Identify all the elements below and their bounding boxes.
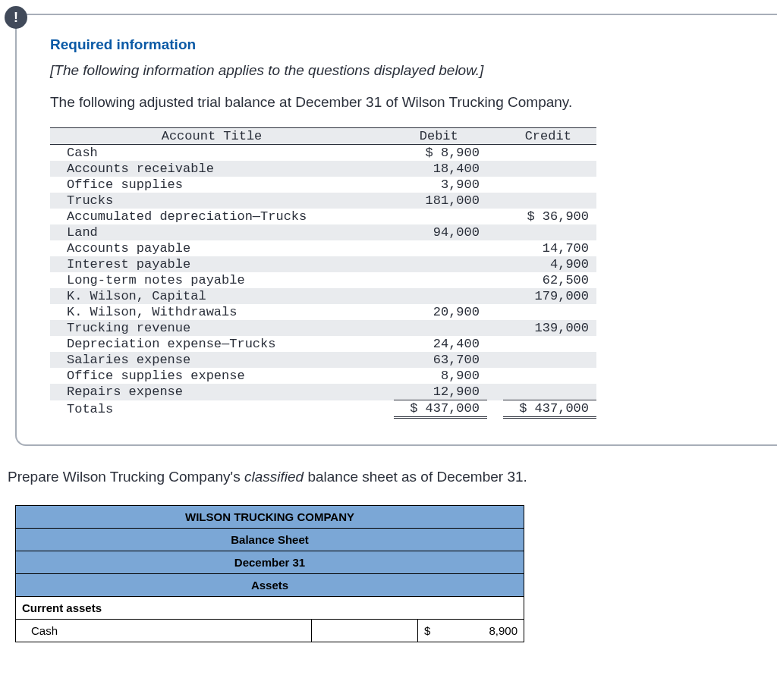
debit-cell: 3,900	[394, 177, 487, 193]
applies-note: [The following information applies to th…	[50, 62, 751, 79]
debit-cell: 20,900	[394, 304, 487, 320]
account-cell: Interest payable	[50, 256, 378, 272]
table-row: K. Wilson, Capital179,000	[50, 288, 596, 304]
debit-cell: 181,000	[394, 193, 487, 209]
credit-cell	[503, 145, 596, 162]
table-row: Accumulated depreciation—Trucks$ 36,900	[50, 209, 596, 224]
credit-cell: 4,900	[503, 256, 596, 272]
bs-section-current-assets[interactable]: Current assets	[16, 597, 524, 620]
totals-debit: $ 437,000	[394, 400, 487, 418]
credit-cell	[503, 352, 596, 368]
debit-cell: 18,400	[394, 161, 487, 177]
account-cell: Long-term notes payable	[50, 272, 378, 288]
debit-cell	[394, 256, 487, 272]
credit-cell	[503, 336, 596, 352]
account-cell: Cash	[50, 145, 378, 162]
debit-cell: 24,400	[394, 336, 487, 352]
credit-cell: 139,000	[503, 320, 596, 336]
col-header-credit: Credit	[503, 128, 596, 145]
table-row: Repairs expense12,900	[50, 384, 596, 400]
account-cell: Land	[50, 224, 378, 240]
debit-cell	[394, 272, 487, 288]
account-cell: Accumulated depreciation—Trucks	[50, 209, 378, 224]
bs-entry-mid[interactable]	[312, 620, 418, 642]
credit-cell	[503, 177, 596, 193]
debit-cell: 8,900	[394, 368, 487, 384]
credit-cell: 179,000	[503, 288, 596, 304]
bs-date: December 31	[16, 551, 524, 574]
account-cell: K. Wilson, Withdrawals	[50, 304, 378, 320]
debit-cell: 12,900	[394, 384, 487, 400]
debit-cell	[394, 209, 487, 224]
totals-label: Totals	[50, 400, 378, 418]
bs-entry-label[interactable]: Cash	[16, 620, 312, 642]
col-header-debit: Debit	[394, 128, 487, 145]
account-cell: Depreciation expense—Trucks	[50, 336, 378, 352]
alert-icon: !	[5, 6, 27, 29]
credit-cell	[503, 368, 596, 384]
col-header-account: Account Title	[50, 128, 378, 145]
debit-cell	[394, 288, 487, 304]
table-row: Accounts payable14,700	[50, 240, 596, 256]
balance-sheet-table: WILSON TRUCKING COMPANY Balance Sheet De…	[15, 505, 524, 642]
table-row: Interest payable4,900	[50, 256, 596, 272]
credit-cell	[503, 161, 596, 177]
account-cell: Salaries expense	[50, 352, 378, 368]
account-cell: Office supplies expense	[50, 368, 378, 384]
required-info-box: Required information [The following info…	[15, 14, 777, 446]
credit-cell	[503, 384, 596, 400]
table-row: Cash$ 8,900	[50, 145, 596, 162]
bs-title: WILSON TRUCKING COMPANY	[16, 506, 524, 529]
table-row: Office supplies3,900	[50, 177, 596, 193]
table-row: K. Wilson, Withdrawals20,900	[50, 304, 596, 320]
debit-cell	[394, 240, 487, 256]
credit-cell: 62,500	[503, 272, 596, 288]
table-row: Depreciation expense—Trucks24,400	[50, 336, 596, 352]
account-cell: Accounts payable	[50, 240, 378, 256]
debit-cell: $ 8,900	[394, 145, 487, 162]
account-cell: Repairs expense	[50, 384, 378, 400]
trial-balance-table: Account Title Debit Credit Cash$ 8,900Ac…	[50, 127, 596, 419]
bs-entry-amount[interactable]: $8,900	[418, 620, 524, 642]
credit-cell: $ 36,900	[503, 209, 596, 224]
credit-cell	[503, 304, 596, 320]
table-row: Salaries expense63,700	[50, 352, 596, 368]
table-row: Office supplies expense8,900	[50, 368, 596, 384]
bs-assets-header: Assets	[16, 574, 524, 597]
table-row: Accounts receivable18,400	[50, 161, 596, 177]
credit-cell	[503, 224, 596, 240]
required-title: Required information	[50, 36, 751, 53]
account-cell: Office supplies	[50, 177, 378, 193]
debit-cell	[394, 320, 487, 336]
credit-cell: 14,700	[503, 240, 596, 256]
debit-cell: 94,000	[394, 224, 487, 240]
credit-cell	[503, 193, 596, 209]
totals-credit: $ 437,000	[503, 400, 596, 418]
account-cell: K. Wilson, Capital	[50, 288, 378, 304]
table-row: Land94,000	[50, 224, 596, 240]
table-row: Trucking revenue139,000	[50, 320, 596, 336]
account-cell: Accounts receivable	[50, 161, 378, 177]
account-cell: Trucks	[50, 193, 378, 209]
intro-text: The following adjusted trial balance at …	[50, 94, 751, 111]
prepare-instruction: Prepare Wilson Trucking Company's classi…	[8, 469, 777, 485]
debit-cell: 63,700	[394, 352, 487, 368]
bs-subtitle: Balance Sheet	[16, 529, 524, 551]
table-row: Long-term notes payable62,500	[50, 272, 596, 288]
account-cell: Trucking revenue	[50, 320, 378, 336]
table-row: Trucks181,000	[50, 193, 596, 209]
